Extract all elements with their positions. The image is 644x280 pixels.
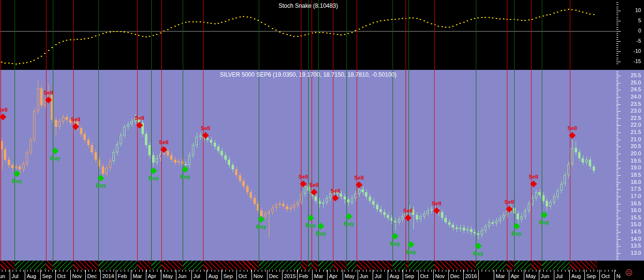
month-tick xyxy=(463,270,464,280)
week-tick xyxy=(500,270,501,272)
week-tick xyxy=(121,270,121,272)
stoch-panel-plot[interactable] xyxy=(0,0,616,70)
month-label: Nov xyxy=(435,273,445,279)
y-tick xyxy=(616,83,621,83)
stoch-dot xyxy=(145,36,147,37)
month-label: Oct xyxy=(420,273,428,279)
y-tick xyxy=(616,245,618,245)
y-tick xyxy=(616,118,621,119)
y-tick xyxy=(616,76,621,76)
y-tick xyxy=(616,206,618,207)
candle-wick xyxy=(337,189,338,198)
y-tick xyxy=(616,121,618,122)
candle-wick xyxy=(395,218,396,231)
month-label: Nov xyxy=(253,273,263,279)
y-tick-label: -5 xyxy=(636,38,641,44)
week-tick xyxy=(330,270,330,272)
stoch-dot xyxy=(131,33,132,34)
stoch-dot xyxy=(300,35,302,36)
stoch-y-axis[interactable]: 1050-5-10-15 xyxy=(616,0,644,70)
stoch-dot xyxy=(178,24,179,25)
candle-body xyxy=(112,152,115,161)
month-label: Aug xyxy=(571,273,581,279)
week-tick xyxy=(13,270,13,272)
stoch-dot xyxy=(221,22,222,23)
position-segment-short xyxy=(137,261,151,270)
candle-body xyxy=(412,209,414,215)
y-tick xyxy=(616,31,621,32)
week-tick xyxy=(193,270,193,272)
week-tick xyxy=(388,270,389,272)
y-tick-label: 15.5 xyxy=(631,214,641,220)
stoch-dot xyxy=(449,27,450,28)
y-tick xyxy=(616,4,618,5)
stoch-dot xyxy=(171,27,172,28)
candle-body xyxy=(83,134,86,140)
month-tick xyxy=(221,270,222,280)
month-tick xyxy=(554,270,554,280)
week-tick xyxy=(489,270,489,272)
candle-body xyxy=(340,194,342,197)
candle-body xyxy=(503,215,505,218)
y-tick xyxy=(616,132,621,133)
y-tick xyxy=(616,107,618,107)
stoch-dot xyxy=(474,18,475,19)
month-tick xyxy=(358,270,358,280)
week-tick xyxy=(565,270,565,272)
date-axis[interactable]: JunJulAugSepOctNovDec2014FebMarAprMayJun… xyxy=(0,270,621,280)
stoch-dot xyxy=(546,15,548,16)
week-tick xyxy=(493,270,493,272)
candle-body xyxy=(11,165,14,168)
month-label: Sep xyxy=(586,273,596,279)
stoch-dot xyxy=(110,32,111,33)
stoch-dot xyxy=(188,21,190,22)
week-tick xyxy=(384,270,385,272)
stoch-dot xyxy=(575,10,577,11)
candle-body xyxy=(585,160,588,163)
y-tick xyxy=(616,15,618,15)
position-segment-long xyxy=(15,261,46,270)
week-tick xyxy=(392,270,392,272)
month-tick xyxy=(267,270,267,280)
price-y-axis[interactable]: 25.525.024.524.023.523.022.522.021.521.0… xyxy=(616,70,644,261)
candle-body xyxy=(556,191,559,197)
month-tick xyxy=(343,270,343,280)
y-tick xyxy=(616,96,618,96)
stoch-dot xyxy=(77,39,78,40)
candle-body xyxy=(513,208,516,214)
y-tick xyxy=(616,100,618,100)
week-tick xyxy=(287,270,287,272)
week-tick xyxy=(370,270,370,272)
y-tick-label: 10 xyxy=(635,7,641,13)
y-tick-label: 21.0 xyxy=(631,136,641,142)
y-tick xyxy=(616,199,618,200)
y-tick xyxy=(616,60,618,60)
week-tick xyxy=(153,270,154,272)
stoch-dot xyxy=(340,34,342,35)
price-panel-plot[interactable] xyxy=(0,70,616,261)
month-tick xyxy=(509,270,509,280)
week-tick xyxy=(341,270,342,272)
month-label: Feb xyxy=(118,273,127,279)
stoch-dot xyxy=(355,30,356,31)
week-tick xyxy=(150,270,150,272)
week-tick xyxy=(204,270,204,272)
month-label: Oct xyxy=(238,273,247,279)
stoch-dot xyxy=(564,10,565,11)
week-tick xyxy=(34,270,35,272)
y-tick xyxy=(616,41,621,42)
candle-body xyxy=(567,164,570,175)
week-tick xyxy=(309,270,309,272)
week-tick xyxy=(16,270,16,272)
stoch-dot xyxy=(322,32,324,33)
position-segment-long xyxy=(53,261,73,270)
y-tick xyxy=(616,192,618,193)
month-tick xyxy=(55,270,56,280)
week-tick xyxy=(352,270,352,272)
stoch-dot xyxy=(532,19,533,20)
candle-body xyxy=(484,226,487,231)
disconnected-status-icon[interactable]: ☹ xyxy=(625,269,633,276)
candle-body xyxy=(44,100,46,106)
y-tick xyxy=(616,53,618,54)
week-tick xyxy=(63,270,63,272)
